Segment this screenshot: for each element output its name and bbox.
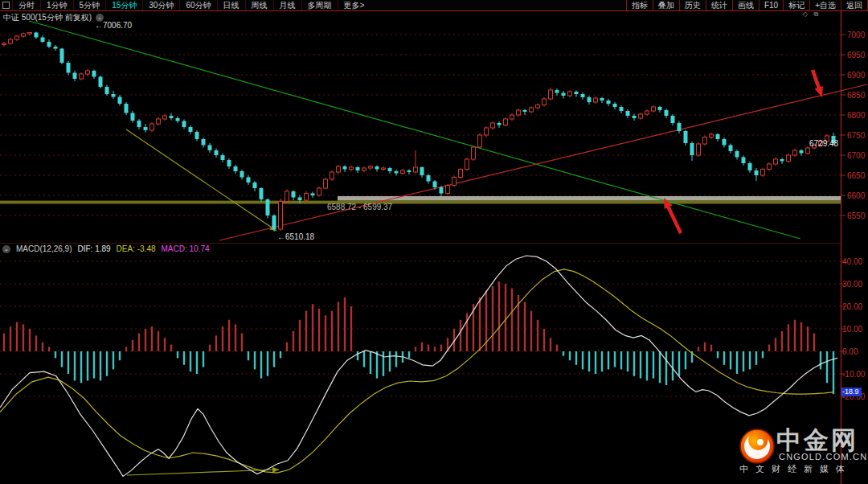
period-menu: 分时1分钟5分钟15分钟30分钟60分钟日线周线月线多周期更多> (12, 0, 370, 10)
top-menu-bar: 分时1分钟5分钟15分钟30分钟60分钟日线周线月线多周期更多> 指标叠加历史统… (0, 0, 868, 10)
dif-value-label: DIF: 1.89 (77, 244, 110, 253)
price-axis-label: 6550 (847, 211, 866, 220)
diamond-icon[interactable]: ◇ (803, 10, 808, 18)
watermark-tagline: 中文财经新媒体 (739, 463, 852, 475)
window-icon[interactable] (2, 2, 10, 9)
period-tab-15分钟[interactable]: 15分钟 (105, 0, 142, 10)
period-tab-60分钟[interactable]: 60分钟 (179, 0, 216, 10)
chart-canvas[interactable]: 7000695069006850680067506700665066006550… (0, 0, 868, 484)
period-tab-周线[interactable]: 周线 (245, 0, 273, 10)
macd-axis-label: 0.00 (842, 347, 858, 356)
tool-button-返回[interactable]: 返回 (841, 0, 868, 10)
support-zone-label: 6588.72 - 6599.37 (327, 203, 392, 211)
chevron-down-circle-icon[interactable]: ⌄ (96, 14, 104, 22)
tool-button-叠加[interactable]: 叠加 (653, 0, 679, 10)
trading-terminal: 7000695069006850680067506700665066006550… (0, 0, 868, 484)
tool-button-F10[interactable]: F10 (759, 0, 783, 10)
macd-axis-label: 10.00 (842, 325, 862, 334)
chevron-down-circle-icon[interactable]: ⌄ (2, 245, 10, 253)
last-price-label: 6729.48 (809, 139, 838, 148)
window-restore-icon[interactable]: ⧉ (813, 10, 818, 18)
chart-title-row: 中证 500(15分钟 前复权) ⌄ (3, 12, 104, 23)
low-price-label: ←6510.18 (277, 232, 314, 241)
period-tab-分时[interactable]: 分时 (12, 0, 40, 10)
price-axis-label: 6900 (847, 71, 866, 80)
period-tab-日线[interactable]: 日线 (217, 0, 245, 10)
price-axis-label: 6600 (847, 191, 866, 200)
macd-params-label: MACD(12,26,9) (16, 244, 72, 253)
period-tab-更多>[interactable]: 更多> (338, 0, 371, 10)
page-title: 中证 500(15分钟 前复权) (3, 12, 92, 23)
macd-axis-label: 20.00 (842, 302, 862, 311)
price-axis-label: 7000 (847, 31, 866, 39)
macd-axis-label: -10.00 (842, 370, 866, 379)
macd-current-value-badge: -18.9 (841, 388, 862, 396)
cngold-logo-icon (738, 427, 776, 466)
tools-menu: 指标叠加历史统计画线F10标记+自选返回 (626, 0, 868, 10)
tool-button-画线[interactable]: 画线 (732, 0, 759, 10)
tool-button-历史[interactable]: 历史 (679, 0, 706, 10)
period-tab-30分钟[interactable]: 30分钟 (142, 0, 179, 10)
price-axis-label: 6800 (847, 111, 866, 120)
price-axis-label: 6950 (847, 51, 866, 59)
period-tab-1分钟[interactable]: 1分钟 (40, 0, 73, 10)
price-axis-label: 6850 (847, 91, 866, 100)
price-axis-label: 6700 (847, 151, 866, 160)
annotation-arrows (664, 70, 823, 233)
macd-axis-label: 40.00 (842, 257, 862, 266)
dea-value-label: DEA: -3.48 (117, 244, 156, 253)
support-bands (0, 196, 841, 204)
period-tab-5分钟[interactable]: 5分钟 (73, 0, 106, 10)
macd-axis-label: 30.00 (842, 280, 862, 289)
tool-button-指标[interactable]: 指标 (626, 0, 653, 10)
period-tab-月线[interactable]: 月线 (273, 0, 301, 10)
tool-button-标记[interactable]: 标记 (783, 0, 809, 10)
tool-button-+自选[interactable]: +自选 (809, 0, 841, 10)
macd-value-label: MACD: 10.74 (162, 244, 210, 253)
macd-lines (0, 256, 837, 476)
macd-histogram (4, 281, 833, 394)
price-axis-label: 6750 (847, 131, 866, 140)
price-axis-label: 6650 (847, 171, 866, 180)
period-tab-多周期[interactable]: 多周期 (301, 0, 338, 10)
watermark-domain: CNGOLD.COM.CN (779, 452, 867, 461)
title-corner-icons: ◇ ⧉ (803, 10, 822, 18)
tool-button-统计[interactable]: 统计 (706, 0, 732, 10)
macd-indicator-header: ⌄ MACD(12,26,9) DIF: 1.89 DEA: -3.48 MAC… (2, 244, 210, 253)
